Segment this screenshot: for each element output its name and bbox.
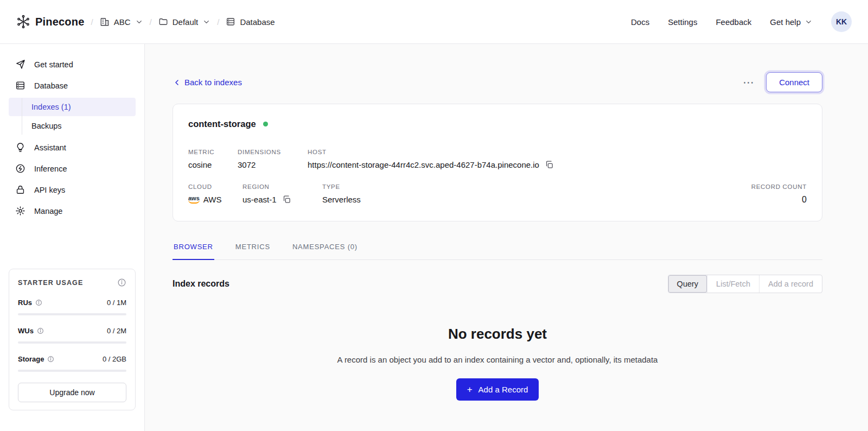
get-help-menu[interactable]: Get help <box>770 17 813 27</box>
info-icon[interactable] <box>35 299 42 306</box>
usage-value: 0 / 2GB <box>103 355 126 363</box>
folder-icon <box>158 17 168 27</box>
feedback-link[interactable]: Feedback <box>716 17 751 27</box>
metric-value: cosine <box>188 160 238 169</box>
sidebar-item-api-keys[interactable]: API keys <box>0 179 144 200</box>
info-icon[interactable] <box>117 278 126 287</box>
segment-add-a-record[interactable]: Add a record <box>759 275 822 293</box>
breadcrumb-separator: / <box>217 17 219 27</box>
settings-link[interactable]: Settings <box>668 17 697 27</box>
cloud-label: CLOUD <box>188 183 242 190</box>
segment-list-fetch[interactable]: List/Fetch <box>707 275 759 293</box>
region-field: REGION us-east-1 <box>242 183 322 205</box>
gear-icon <box>15 206 25 216</box>
tab-browser[interactable]: BROWSER <box>173 237 214 260</box>
sidebar-item-backups[interactable]: Backups <box>9 117 136 135</box>
add-a-record-button[interactable]: + Add a Record <box>456 378 539 401</box>
region-value: us-east-1 <box>242 195 277 204</box>
empty-state-description: A record is an object you add to an inde… <box>173 355 822 364</box>
navbar-right: Docs Settings Feedback Get help KK <box>631 11 852 32</box>
database-icon <box>226 17 235 27</box>
empty-state: No records yet A record is an object you… <box>173 326 822 401</box>
section-name: Database <box>240 17 275 27</box>
sidebar-item-database[interactable]: Database <box>0 75 144 96</box>
chevron-down-icon <box>202 18 210 26</box>
connect-button[interactable]: Connect <box>766 72 822 92</box>
rocket-icon <box>15 59 25 69</box>
pinecone-logo-icon <box>16 15 30 29</box>
cloud-value: AWS <box>203 195 222 204</box>
info-icon[interactable] <box>47 356 54 363</box>
docs-link[interactable]: Docs <box>631 17 649 27</box>
index-tabs: BROWSER METRICS NAMESPACES (0) <box>173 237 822 260</box>
usage-row-storage: Storage 0 / 2GB <box>18 355 126 372</box>
record-count-label: RECORD COUNT <box>751 183 807 190</box>
copy-host-button[interactable] <box>545 160 554 169</box>
usage-progress-bar <box>18 370 126 372</box>
tab-namespaces[interactable]: NAMESPACES (0) <box>291 237 359 260</box>
dimensions-field: DIMENSIONS 3072 <box>238 149 308 169</box>
breadcrumb-separator: / <box>150 17 152 27</box>
host-label: HOST <box>308 149 807 155</box>
chevron-left-icon <box>173 78 181 87</box>
database-icon <box>15 80 25 91</box>
avatar[interactable]: KK <box>831 11 852 32</box>
chevron-down-icon <box>805 18 813 26</box>
back-link-label: Back to indexes <box>184 78 242 87</box>
sidebar-item-label: API keys <box>34 186 65 194</box>
sidebar-item-assistant[interactable]: Assistant <box>0 137 144 158</box>
aws-logo: aws <box>188 195 200 204</box>
top-navbar: Pinecone / ABC / Default / <box>0 0 868 44</box>
starter-usage-card: STARTER USAGE RUs 0 / 1M WUs <box>9 269 136 410</box>
type-value: Serverless <box>322 195 751 204</box>
brand-name: Pinecone <box>35 16 85 28</box>
tab-metrics[interactable]: METRICS <box>234 237 271 260</box>
records-mode-segmented-control: Query List/Fetch Add a record <box>668 275 822 293</box>
org-selector[interactable]: ABC <box>100 17 143 27</box>
chevron-down-icon <box>135 18 143 26</box>
usage-row-rus: RUs 0 / 1M <box>18 299 126 315</box>
org-name: ABC <box>114 17 131 27</box>
empty-state-title: No records yet <box>173 326 822 343</box>
segment-query[interactable]: Query <box>668 275 707 293</box>
breadcrumb-separator: / <box>91 17 93 27</box>
plus-icon: + <box>467 385 473 394</box>
usage-title: STARTER USAGE <box>18 279 83 287</box>
sidebar-item-inference[interactable]: Inference <box>0 158 144 179</box>
record-count-value: 0 <box>751 195 807 205</box>
pinecone-logo[interactable]: Pinecone <box>16 15 85 29</box>
add-a-record-label: Add a Record <box>478 385 528 394</box>
breadcrumb-database[interactable]: Database <box>226 17 275 27</box>
sidebar: Get started Database Indexes (1) Backups… <box>0 44 145 431</box>
dimensions-label: DIMENSIONS <box>238 149 308 155</box>
type-field: TYPE Serverless <box>322 183 751 205</box>
database-subnav: Indexes (1) Backups <box>0 97 144 136</box>
sidebar-item-get-started[interactable]: Get started <box>0 54 144 75</box>
sidebar-item-label: Inference <box>34 164 67 173</box>
upgrade-now-button[interactable]: Upgrade now <box>18 383 126 402</box>
get-help-label: Get help <box>770 17 801 27</box>
more-options-button[interactable]: ⋯ <box>741 74 756 90</box>
metric-field: METRIC cosine <box>188 149 238 169</box>
record-count-field: RECORD COUNT 0 <box>751 183 807 205</box>
copy-region-button[interactable] <box>282 195 291 204</box>
sidebar-item-label: Get started <box>34 60 73 69</box>
status-dot-icon <box>263 122 268 126</box>
copy-icon <box>282 195 291 204</box>
index-summary-card: content-storage METRIC cosine DIMENSIONS… <box>173 104 822 221</box>
usage-progress-bar <box>18 313 126 315</box>
dimensions-value: 3072 <box>238 160 308 169</box>
sidebar-item-manage[interactable]: Manage <box>0 200 144 221</box>
sidebar-item-indexes[interactable]: Indexes (1) <box>9 98 136 116</box>
usage-value: 0 / 1M <box>107 299 126 307</box>
metric-label: METRIC <box>188 149 238 155</box>
usage-progress-bar <box>18 341 126 344</box>
inference-icon <box>15 163 25 174</box>
organization-icon <box>100 17 110 27</box>
project-name: Default <box>173 17 199 27</box>
project-selector[interactable]: Default <box>158 17 211 27</box>
sidebar-item-label: Database <box>34 81 68 90</box>
usage-row-wus: WUs 0 / 2M <box>18 327 126 344</box>
info-icon[interactable] <box>37 327 44 334</box>
back-to-indexes-link[interactable]: Back to indexes <box>173 78 242 87</box>
